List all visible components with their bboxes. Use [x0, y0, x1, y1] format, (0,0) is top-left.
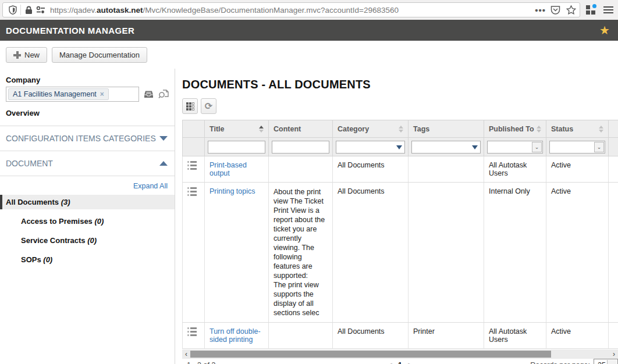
- content-cell: About the print view The Ticket Print Vi…: [269, 183, 333, 323]
- category-cell: All Documents: [333, 323, 409, 349]
- tags-cell: [409, 183, 484, 323]
- tags-cell: Printer: [409, 323, 484, 349]
- select-chevron-icon: ⌄: [594, 142, 604, 152]
- scroll-left-icon[interactable]: ‹: [182, 349, 190, 359]
- published-to-cell: All Autotask Users: [484, 323, 546, 349]
- sidebar: Company A1 Facilities Management ×: [0, 69, 175, 364]
- status-cell: Active: [546, 183, 609, 323]
- browser-toolbar: https://qadev.autotask.net/Mvc/Knowledge…: [0, 0, 618, 20]
- document-title-link[interactable]: Turn off double-sided printing: [209, 327, 261, 344]
- title-filter-input[interactable]: [208, 141, 265, 154]
- refresh-button[interactable]: ⟳: [201, 98, 216, 114]
- sort-arrows-icon: [599, 126, 603, 133]
- company-input[interactable]: A1 Facilities Management ×: [6, 87, 139, 102]
- spacer-cell: [609, 323, 618, 349]
- manage-documentation-button[interactable]: Manage Documentation: [52, 47, 147, 63]
- row-context-menu-icon[interactable]: [187, 161, 197, 170]
- extension-icon[interactable]: [586, 5, 595, 15]
- app-header: DOCUMENTATION MANAGER ★: [0, 20, 618, 41]
- status-filter-select[interactable]: ⌄: [549, 141, 605, 154]
- filter-row: ⌄ ⌄: [183, 138, 618, 156]
- item-count: (0): [87, 236, 97, 245]
- column-header-tags[interactable]: Tags: [409, 120, 484, 138]
- action-bar: New Manage Documentation: [0, 41, 618, 69]
- scrollbar-thumb[interactable]: [190, 351, 551, 358]
- document-title-link[interactable]: Printing topics: [209, 187, 255, 195]
- company-tag-label: A1 Facilities Management: [13, 90, 97, 98]
- company-tag-chip: A1 Facilities Management ×: [8, 88, 109, 100]
- refresh-icon: ⟳: [205, 102, 212, 111]
- column-header-status[interactable]: Status: [546, 120, 609, 138]
- section-label: CONFIGURATION ITEMS CATEGORIES: [6, 134, 156, 143]
- new-button[interactable]: New: [6, 47, 47, 63]
- tree-item-all-documents[interactable]: All Documents (3): [0, 195, 175, 209]
- category-cell: All Documents: [333, 156, 409, 183]
- published-to-cell: Internal Only: [484, 183, 546, 323]
- url-text[interactable]: https://qadev.autotask.net/Mvc/Knowledge…: [50, 6, 530, 15]
- next-page-button[interactable]: >: [405, 361, 414, 364]
- column-header-published-to[interactable]: Published To: [484, 120, 546, 138]
- scroll-right-icon[interactable]: ›: [610, 349, 618, 359]
- section-label: DOCUMENT: [6, 159, 53, 168]
- sort-arrows-icon: [399, 126, 403, 133]
- documents-title: DOCUMENTS - ALL DOCUMENTS: [182, 78, 618, 91]
- urlbar-separator: [20, 5, 21, 15]
- sidebar-item-overview[interactable]: Overview: [6, 109, 169, 117]
- row-context-menu-icon[interactable]: [187, 327, 197, 336]
- column-header-content[interactable]: Content: [269, 120, 333, 138]
- data-selector-lookup-icon[interactable]: [158, 89, 169, 99]
- inbox-icon[interactable]: [143, 90, 154, 99]
- column-chooser-button[interactable]: [182, 98, 198, 114]
- records-per-page-select[interactable]: 25 ⌄: [594, 359, 618, 364]
- page-actions-icon[interactable]: •••: [535, 5, 546, 15]
- permissions-sliders-icon[interactable]: [36, 6, 45, 14]
- row-context-menu-icon[interactable]: [187, 187, 197, 196]
- column-header-title[interactable]: Title: [205, 120, 269, 138]
- current-page[interactable]: 1: [397, 361, 403, 364]
- published-to-cell: All Autotask Users: [484, 156, 546, 183]
- remove-tag-icon[interactable]: ×: [100, 90, 104, 98]
- prev-page-button[interactable]: <: [386, 361, 395, 364]
- favorite-star-icon[interactable]: ★: [599, 24, 610, 36]
- lock-icon[interactable]: [25, 6, 33, 15]
- column-header-row-menu: [183, 120, 205, 138]
- dropdown-arrow-icon: [472, 145, 478, 149]
- document-title-link[interactable]: Print-based output: [209, 161, 247, 177]
- column-header-category[interactable]: Category: [333, 120, 409, 138]
- screen: https://qadev.autotask.net/Mvc/Knowledge…: [0, 0, 618, 364]
- table-row: Print-based output All Documents All Aut…: [183, 156, 618, 183]
- section-document[interactable]: DOCUMENT: [0, 151, 175, 176]
- bookmark-star-icon[interactable]: [566, 5, 576, 15]
- section-configuration-items-categories[interactable]: CONFIGURATION ITEMS CATEGORIES: [0, 126, 175, 151]
- tree-item-service-contracts[interactable]: Service Contracts (0): [0, 233, 175, 248]
- main-panel: DOCUMENTS - ALL DOCUMENTS ⟳: [175, 69, 618, 364]
- chevron-up-icon: [159, 161, 168, 166]
- page-title: DOCUMENTATION MANAGER: [6, 26, 599, 35]
- pocket-icon[interactable]: [550, 5, 560, 15]
- published-to-filter-select[interactable]: ⌄: [487, 141, 543, 154]
- column-chooser-icon: [186, 102, 194, 110]
- table-header-row: Title Content Category Tags: [183, 120, 618, 138]
- expand-all-link[interactable]: Expand All: [0, 176, 175, 195]
- category-filter-dropdown[interactable]: [336, 141, 405, 154]
- horizontal-scrollbar[interactable]: ‹ ›: [182, 349, 618, 359]
- spacer-cell: [609, 156, 618, 183]
- pager-bar: 1 - 3 of 3 < 1 > Records per page: 25 ⌄: [182, 359, 618, 364]
- tags-filter-dropdown[interactable]: [411, 141, 481, 154]
- dropdown-arrow-icon: [396, 145, 402, 149]
- tree-item-access-to-premises[interactable]: Access to Premises (0): [0, 214, 175, 229]
- url-bar[interactable]: https://qadev.autotask.net/Mvc/Knowledge…: [2, 2, 580, 17]
- select-chevron-icon: ⌄: [607, 360, 617, 364]
- menu-hamburger-icon[interactable]: [603, 5, 613, 15]
- content-filter-input[interactable]: [272, 141, 329, 154]
- item-count: (0): [94, 217, 104, 226]
- content-cell: [269, 323, 333, 349]
- table-row: Turn off double-sided printing All Docum…: [183, 323, 618, 349]
- content-cell: [269, 156, 333, 183]
- tree-item-sops[interactable]: SOPs (0): [0, 252, 175, 267]
- filter-cell-empty: [183, 138, 205, 156]
- tracking-protection-shield-icon[interactable]: [6, 5, 17, 15]
- item-count: (0): [43, 255, 52, 264]
- plus-icon: [13, 51, 21, 59]
- company-label: Company: [6, 76, 169, 84]
